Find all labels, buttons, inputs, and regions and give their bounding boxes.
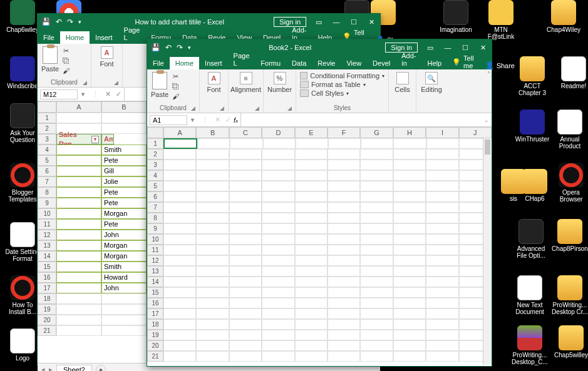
cell[interactable]	[163, 213, 196, 223]
cell[interactable]	[196, 160, 229, 170]
cell[interactable]	[360, 340, 393, 351]
table-row[interactable]: 21	[147, 351, 492, 362]
cell[interactable]	[393, 298, 426, 308]
cell[interactable]	[229, 340, 262, 351]
cell[interactable]	[360, 319, 393, 330]
cell[interactable]	[56, 166, 101, 176]
font-icon[interactable]: A	[208, 72, 220, 84]
table-row[interactable]: 13	[147, 266, 492, 277]
cell[interactable]	[163, 340, 196, 351]
undo-icon[interactable]: ↶	[56, 18, 62, 26]
row-header[interactable]: 19	[38, 304, 56, 315]
row-header[interactable]: 1	[38, 113, 56, 123]
cell[interactable]	[196, 266, 229, 277]
cell[interactable]	[262, 287, 294, 298]
cell[interactable]	[262, 308, 294, 319]
cell[interactable]	[101, 325, 147, 336]
row-header[interactable]: 4	[38, 145, 56, 155]
cell[interactable]	[328, 255, 360, 266]
cell[interactable]	[262, 234, 294, 245]
column-header[interactable]: B	[196, 127, 229, 138]
cell[interactable]	[295, 340, 328, 351]
cell[interactable]	[426, 160, 458, 170]
sheet-tab[interactable]: Sheet2	[56, 365, 92, 371]
row-header[interactable]: 3	[38, 134, 56, 145]
tab-view[interactable]: View	[341, 57, 367, 69]
row-header[interactable]: 8	[147, 213, 163, 223]
cell[interactable]	[56, 283, 101, 293]
minimize-icon[interactable]: —	[328, 18, 345, 26]
cell[interactable]	[393, 319, 426, 330]
titlebar[interactable]: 💾 ↶ ↷ ▾ How to add chart titile - Excel …	[38, 14, 380, 30]
table-row[interactable]: 6	[147, 191, 492, 202]
enter-formula-icon[interactable]: ✓	[113, 90, 124, 98]
paste-button[interactable]: Paste	[41, 46, 59, 73]
cell[interactable]	[229, 255, 262, 266]
cell[interactable]	[328, 160, 360, 170]
cell[interactable]	[229, 330, 262, 340]
cell[interactable]	[360, 191, 393, 202]
cell[interactable]: Smith	[101, 145, 147, 155]
table-row[interactable]: 5	[147, 181, 492, 191]
cell[interactable]	[426, 234, 458, 245]
table-row[interactable]: 7	[147, 202, 492, 213]
cell[interactable]	[196, 245, 229, 255]
cell[interactable]	[56, 262, 101, 272]
cell[interactable]	[426, 170, 458, 181]
cell[interactable]	[295, 266, 328, 277]
cell[interactable]	[360, 160, 393, 170]
cell[interactable]	[56, 198, 101, 208]
cell[interactable]: Jolie	[101, 176, 147, 187]
cell[interactable]	[360, 266, 393, 277]
row-header[interactable]: 11	[147, 245, 163, 255]
cell[interactable]	[229, 298, 262, 308]
cell[interactable]	[393, 287, 426, 298]
cell[interactable]	[163, 223, 196, 234]
table-row[interactable]: 10	[147, 234, 492, 245]
row-header[interactable]: 16	[38, 272, 56, 283]
cell[interactable]	[328, 213, 360, 223]
cell[interactable]	[196, 277, 229, 287]
paste-button[interactable]: Paste	[151, 72, 168, 98]
column-header[interactable]: A	[163, 127, 196, 138]
filter-dropdown-icon[interactable]: ▾	[91, 136, 99, 143]
table-row[interactable]: 17	[147, 308, 492, 319]
cell[interactable]	[296, 138, 328, 149]
cell[interactable]	[360, 330, 393, 340]
cell[interactable]	[426, 181, 458, 191]
cell[interactable]	[426, 266, 458, 277]
cell[interactable]	[328, 298, 360, 308]
cell[interactable]	[101, 123, 147, 134]
cell[interactable]	[163, 181, 196, 191]
cell[interactable]	[295, 319, 328, 330]
select-all-corner[interactable]	[147, 127, 163, 138]
cell[interactable]	[328, 266, 360, 277]
cell[interactable]: Gill	[101, 166, 147, 176]
cell[interactable]	[393, 266, 426, 277]
desktop-icon[interactable]: Date Setting Format	[4, 222, 41, 262]
cell[interactable]: Morgan	[101, 251, 147, 262]
cell[interactable]	[360, 149, 393, 160]
desktop-icon[interactable]: How To Install B...	[4, 275, 41, 315]
cell[interactable]	[295, 160, 328, 170]
column-header[interactable]: H	[393, 127, 426, 138]
cell[interactable]: Smith	[101, 262, 147, 272]
cell[interactable]	[101, 113, 147, 123]
cell[interactable]	[328, 223, 360, 234]
cell[interactable]	[163, 149, 196, 160]
cell[interactable]	[101, 315, 147, 325]
cell[interactable]	[360, 170, 393, 181]
tab-insert[interactable]: Insert	[199, 57, 228, 69]
desktop-icon[interactable]: ProWriting... Desktop_C...	[511, 325, 549, 365]
cell[interactable]	[393, 351, 426, 362]
tell-me-search[interactable]: 💡Tell me	[447, 54, 479, 69]
cell[interactable]	[328, 330, 360, 340]
cell[interactable]	[229, 319, 262, 330]
redo-icon[interactable]: ↷	[177, 43, 183, 52]
cell[interactable]	[56, 251, 101, 262]
cell[interactable]	[295, 170, 328, 181]
cell[interactable]	[295, 277, 328, 287]
column-header[interactable]: A	[56, 101, 101, 113]
close-icon[interactable]: ✕	[474, 44, 492, 52]
cell[interactable]	[328, 202, 360, 213]
